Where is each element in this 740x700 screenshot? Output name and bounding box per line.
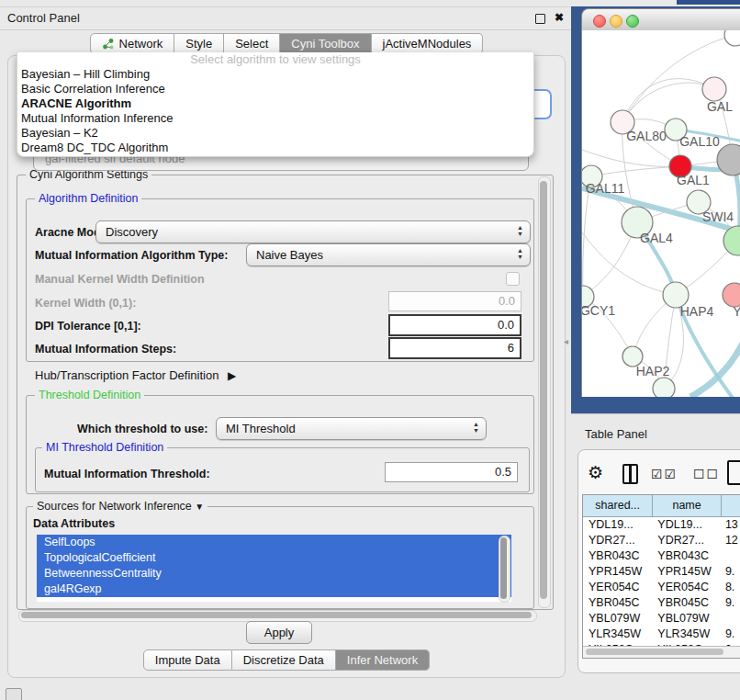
node[interactable] (723, 226, 740, 255)
dpi-tolerance-field[interactable]: 0.0 (388, 314, 521, 336)
node-label-gal10: GAL10 (679, 134, 720, 149)
node-label-gal: GAL (707, 99, 733, 114)
sources-title[interactable]: Sources for Network Inference ▼ (33, 500, 207, 513)
tab-label: Select (235, 37, 268, 51)
network-icon (102, 38, 114, 50)
table-cell: 9. (720, 595, 740, 611)
settings-horizontal-scrollbar-thumb[interactable] (21, 612, 532, 618)
table-header-row: shared...name (583, 495, 740, 517)
table-row[interactable]: YPR145WYPR145W9. (583, 564, 740, 580)
apply-button[interactable]: Apply (246, 621, 312, 644)
column-header-name[interactable]: name (653, 495, 721, 516)
minimized-panel-icon[interactable] (6, 688, 22, 700)
mi-steps-field[interactable]: 6 (388, 337, 521, 359)
expanded-arrow-icon: ▼ (195, 502, 204, 512)
algorithm-option-aracne-algorithm[interactable]: ARACNE Algorithm (17, 96, 533, 111)
aracne-mode-value: Discovery (106, 225, 158, 239)
table-cell: YDL19... (583, 517, 652, 533)
attribute-gal4rgexp[interactable]: gal4RGexp (37, 581, 511, 597)
table-row[interactable]: YBR043CYBR043C (583, 548, 740, 564)
attribute-selfloops[interactable]: SelfLoops (37, 535, 511, 550)
table-cell: 9. (720, 627, 740, 642)
which-threshold-combo[interactable]: MI Threshold ▲▼ (216, 417, 487, 440)
document-icon[interactable] (727, 460, 740, 485)
tab-select[interactable]: Select (224, 33, 280, 54)
node[interactable] (724, 30, 740, 46)
table-cell (720, 548, 740, 564)
columns-icon-divider (629, 466, 632, 482)
mi-threshold-field[interactable]: 0.5 (385, 462, 518, 482)
which-threshold-label: Which threshold to use: (77, 423, 207, 435)
network-window-titlebar[interactable] (581, 8, 740, 32)
algorithm-option-bayesian-k2[interactable]: Bayesian – K2 (17, 126, 533, 141)
unchecked-boxes-icon[interactable]: ☐☐ (693, 467, 720, 481)
table-cell: YER054C (652, 580, 720, 595)
table-row[interactable]: YDL19...YDL19...13 (583, 517, 740, 533)
table-panel-strip: Table Panel (571, 413, 740, 450)
table-cell: YBL079W (652, 611, 720, 627)
network-canvas[interactable]: GALGAL80GAL10GAL1GAL11GAL4SWI4GCY1HAP4YH… (581, 30, 740, 397)
attribute-topologicalcoefficient[interactable]: TopologicalCoefficient (37, 550, 511, 566)
node-gal[interactable] (702, 77, 726, 101)
column-header-shared[interactable]: shared... (583, 495, 653, 516)
screen: { "colors": { "selection_blue": "#3a6ed2… (0, 0, 740, 700)
attributes-scrollbar-thumb[interactable] (500, 537, 507, 599)
algorithm-option-bayesian-hill-climbing[interactable]: Bayesian – Hill Climbing (17, 67, 533, 82)
hub-definition-toggle[interactable]: Hub/Transcription Factor Definition ▶ (35, 368, 236, 382)
data-attributes-label: Data Attributes (33, 517, 115, 530)
table-row[interactable]: YDR27...YDR27...12 (583, 533, 740, 548)
tab-style[interactable]: Style (174, 33, 224, 54)
mi-algorithm-type-combo[interactable]: Naive Bayes ▲▼ (246, 243, 531, 266)
zoom-traffic-icon[interactable] (626, 15, 639, 28)
attribute-betweennesscentrality[interactable]: BetweennessCentrality (37, 566, 511, 581)
table-cell (720, 611, 740, 627)
algorithm-option-basic-correlation-inference[interactable]: Basic Correlation Inference (17, 82, 533, 96)
algorithm-dropdown-list: Select algorithm to view settings Bayesi… (17, 52, 534, 157)
tab-label: Infer Network (347, 653, 418, 667)
table-row[interactable]: YBR045CYBR045C9. (583, 595, 740, 611)
tab-impute-data[interactable]: Impute Data (143, 649, 232, 671)
manual-kernel-width-checkbox[interactable] (506, 272, 520, 286)
tab-infer-network[interactable]: Infer Network (336, 649, 430, 671)
table-horizontal-scrollbar[interactable] (583, 646, 740, 658)
column-header-2[interactable] (722, 495, 740, 516)
node-label-gal4: GAL4 (640, 231, 673, 245)
control-panel-tabbar: NetworkStyleSelectCyni ToolboxjActiveMNo… (7, 33, 566, 54)
tab-cyni-toolbox[interactable]: Cyni Toolbox (280, 33, 371, 54)
minimize-traffic-icon[interactable] (610, 15, 622, 28)
mi-threshold-definition-title: MI Threshold Definition (42, 441, 167, 454)
close-traffic-icon[interactable] (593, 15, 606, 28)
aracne-mode-combo[interactable]: Discovery ▲▼ (95, 220, 531, 243)
algorithm-option-dream8-dc-tdc-algorithm[interactable]: Dream8 DC_TDC Algorithm (17, 141, 533, 155)
checked-boxes-icon[interactable]: ☑☑ (651, 467, 678, 481)
table-row[interactable]: YLR345WYLR345W9. (583, 627, 740, 642)
float-icon[interactable] (535, 14, 545, 24)
mi-steps-label: Mutual Information Steps: (35, 343, 176, 356)
node-label-swi4: SWI4 (702, 209, 734, 224)
close-icon[interactable]: ✖ (555, 11, 564, 24)
hub-definition-label: Hub/Transcription Factor Definition (35, 368, 219, 382)
combo-arrows-icon: ▲▼ (517, 224, 523, 237)
combo-arrows-icon: ▲▼ (473, 421, 479, 434)
table-row[interactable]: YBL079WYBL079W (583, 611, 740, 627)
table-row[interactable]: YER054CYER054C8. (583, 580, 740, 595)
attributes-scrollbar[interactable] (499, 536, 510, 603)
mi-threshold-label: Mutual Information Threshold: (44, 468, 210, 480)
table-cell: YLR345W (583, 627, 652, 642)
splitter-grip-icon[interactable]: ◂ (564, 336, 568, 346)
gear-icon[interactable]: ⚙ (588, 462, 603, 483)
kernel-width-field[interactable]: 0.0 (388, 291, 521, 311)
node[interactable] (653, 378, 675, 397)
tab-jactivemnodules[interactable]: jActiveMNodules (372, 33, 484, 54)
columns-icon[interactable] (622, 464, 638, 484)
tab-discretize-data[interactable]: Discretize Data (232, 649, 336, 671)
table-horizontal-scrollbar-thumb[interactable] (586, 649, 723, 655)
tab-label: jActiveMNodules (383, 37, 472, 51)
settings-vertical-scrollbar[interactable] (538, 176, 551, 608)
algorithm-option-mutual-information-inference[interactable]: Mutual Information Inference (17, 111, 533, 126)
table-cell: 8. (720, 580, 740, 595)
node-label-y: Y (733, 304, 740, 319)
settings-vertical-scrollbar-thumb[interactable] (540, 181, 547, 599)
tab-network[interactable]: Network (90, 33, 175, 54)
table-cell: YLR345W (652, 627, 720, 642)
